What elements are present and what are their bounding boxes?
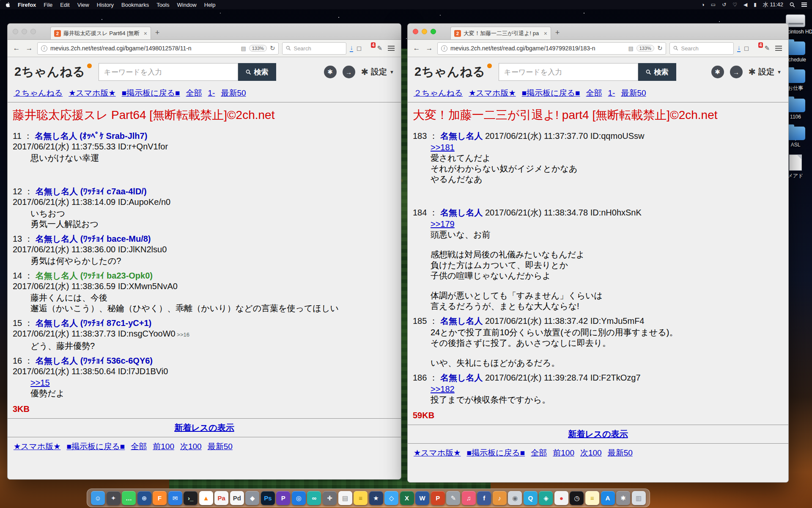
- menu-item-tools[interactable]: Tools: [156, 2, 169, 8]
- new-tab-button[interactable]: +: [551, 27, 564, 39]
- forward-button[interactable]: →: [425, 44, 434, 52]
- nav-link[interactable]: 次100: [580, 448, 602, 457]
- dock-launchpad[interactable]: ✦: [107, 491, 121, 505]
- new-posts-link[interactable]: 新着レスの表示: [174, 423, 234, 432]
- nav-link[interactable]: 最新50: [608, 448, 633, 457]
- menu-item-help[interactable]: Help: [204, 2, 216, 8]
- menu-item-history[interactable]: History: [97, 2, 114, 8]
- post-author[interactable]: 名無し名人: [440, 316, 483, 326]
- menu-item-edit[interactable]: Edit: [60, 2, 69, 8]
- nav-link[interactable]: ■掲示板に戻る■: [66, 442, 125, 451]
- compose-icon[interactable]: ✎: [377, 44, 382, 52]
- close-window-button[interactable]: [13, 29, 18, 34]
- new-posts-link[interactable]: 新着レスの表示: [568, 429, 628, 439]
- menu-item-file[interactable]: File: [44, 2, 52, 8]
- post-author[interactable]: 名無し名人 (ﾜｯﾁｮｲ c7aa-4lD/): [36, 187, 147, 196]
- dock-photoshop[interactable]: Ps: [261, 491, 275, 505]
- settings-menu[interactable]: ✱ 設定 ▼: [749, 66, 782, 77]
- nav-link[interactable]: ★スマホ版★: [469, 88, 516, 97]
- browser-tab[interactable]: 2 大変！加藤一二三が引退よ! pa ×: [450, 27, 551, 39]
- adblock-icon[interactable]: 4: [752, 44, 761, 52]
- dock-itunes[interactable]: ♫: [462, 491, 476, 505]
- dock-sky-app[interactable]: ◇: [384, 491, 398, 505]
- post-author[interactable]: 名無し名人: [440, 208, 483, 217]
- dock-purple-app[interactable]: P: [276, 491, 290, 505]
- menubar-app-name[interactable]: Firefox: [18, 2, 36, 8]
- dock-silver-app[interactable]: ◉: [508, 491, 522, 505]
- dock-maps[interactable]: ●: [554, 491, 568, 505]
- reply-anchor[interactable]: >>15: [30, 378, 396, 388]
- display-icon[interactable]: ▭: [711, 2, 716, 8]
- nav-link[interactable]: ★スマホ版★: [14, 442, 60, 451]
- dock-garageband[interactable]: ♪: [493, 491, 507, 505]
- reader-mode-icon[interactable]: ▤: [628, 45, 633, 52]
- color-profile-icon[interactable]: ◑: [702, 2, 705, 8]
- post-author[interactable]: 名無し名人 (ｵｯﾍﾟｹ Srab-Jlh7): [35, 131, 147, 141]
- post-author[interactable]: 名無し名人 (ﾜｯﾁｮｲ 87c1-yC+1): [36, 318, 151, 328]
- dock-mail[interactable]: ✉: [168, 491, 182, 505]
- nav-link[interactable]: ■掲示板に戻る■: [122, 88, 180, 97]
- browser-search-field[interactable]: Search: [669, 42, 734, 55]
- zoom-level[interactable]: 133%: [636, 45, 654, 52]
- dock-stickies[interactable]: ≡: [354, 491, 368, 505]
- dock-cube-app[interactable]: ◆: [245, 491, 259, 505]
- menu-item-view[interactable]: View: [77, 2, 89, 8]
- post-author[interactable]: 名無し名人: [440, 373, 483, 382]
- site-info-icon[interactable]: i: [441, 45, 447, 52]
- reply-backlink[interactable]: >>16: [176, 331, 189, 338]
- dock-system-preferences[interactable]: ✱: [616, 491, 630, 505]
- minimize-window-button[interactable]: [422, 29, 427, 34]
- tab-close-icon[interactable]: ×: [544, 30, 547, 37]
- reply-anchor[interactable]: >>182: [431, 384, 783, 395]
- extension-icon[interactable]: ◻: [744, 44, 749, 52]
- reply-anchor[interactable]: >>179: [431, 219, 783, 229]
- nav-link[interactable]: 全部: [531, 448, 547, 457]
- dock-quicktime[interactable]: Q: [524, 491, 538, 505]
- reload-button[interactable]: ↻: [657, 44, 663, 52]
- nav-link[interactable]: 全部: [186, 88, 202, 97]
- dock-utilities[interactable]: ✚: [323, 491, 337, 505]
- volume-icon[interactable]: ◀: [743, 2, 747, 8]
- post-author[interactable]: 名無し名人 (ﾜｯﾁｮｲ bace-Mu/8): [36, 234, 151, 243]
- menu-item-bookmarks[interactable]: Bookmarks: [121, 2, 149, 8]
- back-button[interactable]: ←: [12, 44, 21, 52]
- dock-word[interactable]: W: [415, 491, 429, 505]
- nav-link[interactable]: 1-: [208, 88, 215, 97]
- dock-firefox[interactable]: F: [153, 491, 167, 505]
- settings-menu[interactable]: ✱ 設定 ▼: [361, 66, 395, 77]
- site-search-button[interactable]: 検索: [238, 63, 276, 81]
- nav-link[interactable]: ■掲示板に戻る■: [522, 88, 580, 97]
- forward-button[interactable]: →: [25, 44, 34, 52]
- dock-pdf-app[interactable]: Pd: [230, 491, 244, 505]
- menu-item-window[interactable]: Window: [177, 2, 197, 8]
- reply-anchor[interactable]: >>181: [431, 142, 783, 153]
- dock-text-app[interactable]: ▤: [338, 491, 352, 505]
- dock-vlc[interactable]: ▲: [199, 491, 213, 505]
- dock-blue-app[interactable]: ◎: [292, 491, 306, 505]
- dock-app-store[interactable]: A: [601, 491, 615, 505]
- reader-mode-icon[interactable]: ▤: [241, 45, 246, 52]
- back-button[interactable]: ←: [412, 44, 421, 52]
- gear-icon[interactable]: ✱: [324, 66, 337, 78]
- window-titlebar[interactable]: 2 大変！加藤一二三が引退よ! pa × +: [408, 24, 788, 40]
- dock-navy-app[interactable]: ★: [369, 491, 383, 505]
- nav-link[interactable]: ★スマホ版★: [69, 88, 115, 97]
- site-info-icon[interactable]: i: [41, 45, 47, 52]
- post-author[interactable]: 名無し名人 (ﾜｯﾁｮｲ 536c-6QY6): [36, 356, 153, 365]
- downloads-button[interactable]: ↓: [737, 44, 741, 52]
- spotlight-icon[interactable]: [790, 2, 795, 8]
- post-author[interactable]: 名無し名人: [440, 131, 483, 141]
- close-window-button[interactable]: [413, 29, 418, 34]
- nav-link[interactable]: ２ちゃんねる: [414, 88, 463, 97]
- dock-pages-app[interactable]: Pa: [214, 491, 228, 505]
- site-search-field[interactable]: キーワードを入力: [499, 63, 638, 81]
- url-bar[interactable]: i mevius.2ch.net/test/read.cgi/bgame/149…: [37, 42, 279, 55]
- dock-finder[interactable]: ☺: [91, 491, 105, 505]
- window-titlebar[interactable]: 2 藤井聡太応援スレ Part64 [無断 × +: [8, 24, 401, 40]
- login-icon[interactable]: →: [343, 66, 355, 78]
- nav-link[interactable]: 前100: [153, 442, 174, 451]
- dock-powerpoint[interactable]: P: [431, 491, 445, 505]
- health-icon[interactable]: ♡: [732, 2, 737, 8]
- dock-infinity-app[interactable]: ∞: [307, 491, 321, 505]
- site-logo[interactable]: 2ちゃんねる: [14, 64, 92, 80]
